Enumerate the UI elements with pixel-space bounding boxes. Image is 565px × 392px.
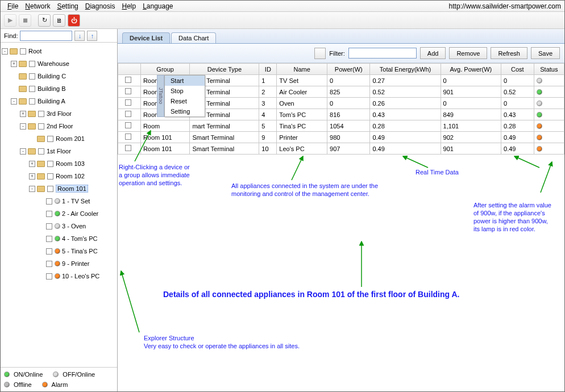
svg-line-4 (541, 162, 552, 193)
status-lamp-icon (537, 124, 542, 128)
status-lamp-icon (537, 112, 542, 117)
annotation-monitor: All appliances connected in the system a… (231, 182, 378, 198)
folder-icon (37, 186, 45, 192)
tree-node[interactable]: +Warehouse (2, 57, 116, 70)
svg-line-6 (121, 271, 139, 332)
annotation-alarm: After setting the alarm value of 900w, i… (473, 201, 551, 233)
status-lamp-icon (537, 135, 542, 140)
tree-root[interactable]: -Root (2, 45, 116, 57)
menu-bar: File Network Setting Diagnosis Help Lang… (1, 1, 564, 12)
annotation-title: Details of all connected appliances in R… (163, 290, 459, 298)
ctx-stop[interactable]: Stop (165, 86, 205, 96)
folder-icon (19, 86, 27, 92)
tree-node[interactable]: 2 - Air Cooler (2, 207, 116, 220)
tree-node[interactable]: Room 201 (2, 132, 116, 145)
svg-line-1 (292, 156, 303, 180)
status-legend: ON/Online OFF/Online Offline Alarm (1, 367, 117, 391)
filter-bar: Filter: Add Remove Refresh Save (118, 44, 564, 63)
folder-icon (37, 161, 45, 167)
lamp-icon (55, 199, 60, 203)
menu-language[interactable]: Language (139, 1, 176, 11)
ctx-start[interactable]: Start (165, 76, 205, 86)
tab-bar: Device List Data Chart (118, 29, 564, 44)
status-lamp-icon (537, 90, 542, 94)
find-next-button[interactable]: ↓ (74, 31, 85, 41)
tree-node[interactable]: 5 - Tina's PC (2, 245, 116, 257)
power-button[interactable]: ⏻ (68, 14, 80, 27)
add-button[interactable]: Add (420, 47, 446, 59)
table-row[interactable]: Room 101Smart Terminal10Leo's PC9070.499… (118, 143, 564, 155)
context-menu-brand: JTattoo (157, 75, 164, 117)
menu-help[interactable]: Help (118, 1, 139, 11)
lamp-icon (55, 211, 60, 216)
annotation-rightclick: Right-Clicking a device or a group allow… (119, 163, 190, 187)
annotation-explorer: Explorer Structure Very easy to check or… (144, 334, 300, 350)
refresh-button[interactable]: ↻ (38, 14, 51, 27)
find-label: Find: (4, 32, 18, 39)
lamp-icon (55, 224, 60, 228)
brand-url: http://www.sailwider-smartpower.com (449, 2, 561, 10)
tree-explorer[interactable]: -Root+WarehouseBuilding CBuilding B-Buil… (1, 43, 117, 367)
menu-diagnosis[interactable]: Diagnosis (82, 1, 119, 11)
lamp-icon (55, 249, 60, 253)
tree-node[interactable]: -Room 101 (2, 182, 116, 195)
tab-device-list[interactable]: Device List (122, 32, 170, 43)
filter-toggle-button[interactable] (314, 48, 326, 59)
table-row[interactable]: Roommart Terminal5Tina's PC10540.281,101… (118, 120, 564, 132)
status-lamp-icon (537, 147, 542, 151)
sidebar: Find: ↓ ↑ -Root+WarehouseBuilding CBuild… (1, 29, 118, 391)
refresh-button[interactable]: Refresh (491, 47, 527, 59)
context-menu: JTattoo Start Stop Reset Setting (164, 75, 205, 117)
folder-icon (19, 73, 27, 80)
tree-node[interactable]: -Building A (2, 95, 116, 107)
tab-data-chart[interactable]: Data Chart (171, 32, 216, 43)
ctx-reset[interactable]: Reset (165, 96, 205, 106)
content-area: Group Device Type ID Name Power(W) Total… (118, 63, 564, 391)
tree-node[interactable]: -1st Floor (2, 145, 116, 157)
ctx-setting[interactable]: Setting (165, 106, 205, 116)
find-prev-button[interactable]: ↑ (87, 31, 97, 41)
tree-node[interactable]: 3 - Oven (2, 220, 116, 232)
lamp-icon (55, 274, 60, 278)
filter-label: Filter: (329, 50, 345, 57)
status-lamp-icon (537, 78, 542, 83)
menu-setting[interactable]: Setting (53, 1, 81, 11)
remove-button[interactable]: Remove (449, 47, 487, 59)
play-button[interactable]: ▶ (4, 14, 16, 27)
svg-line-3 (514, 156, 539, 168)
folder-icon (19, 61, 27, 67)
export-button[interactable]: 🗎 (53, 14, 65, 27)
tree-node[interactable]: 9 - Printer (2, 257, 116, 270)
folder-icon (28, 111, 36, 117)
tree-node[interactable]: -2nd Floor (2, 120, 116, 132)
tree-node[interactable]: Building B (2, 82, 116, 95)
svg-line-2 (403, 156, 428, 168)
tree-node[interactable]: +Room 103 (2, 157, 116, 170)
status-lamp-icon (537, 101, 542, 106)
tree-node[interactable]: Building C (2, 70, 116, 82)
find-input[interactable] (20, 31, 72, 41)
menu-file[interactable]: File (4, 1, 22, 11)
menu-network[interactable]: Network (22, 1, 53, 11)
tree-node[interactable]: 4 - Tom's PC (2, 232, 116, 245)
tree-node[interactable]: +3rd Floor (2, 107, 116, 120)
lamp-icon (55, 261, 60, 266)
tree-node[interactable]: 10 - Leo's PC (2, 270, 116, 282)
table-row[interactable]: Room 101Smart Terminal9Printer9800.49902… (118, 132, 564, 143)
filter-input[interactable] (348, 48, 417, 59)
folder-icon (19, 98, 27, 105)
save-button[interactable]: Save (531, 47, 560, 59)
folder-icon (37, 173, 45, 180)
stop-button[interactable]: ◼ (19, 14, 31, 27)
folder-icon (37, 136, 45, 142)
folder-icon (28, 148, 36, 155)
toolbar: ▶ ◼ ↻ 🗎 ⏻ (1, 12, 564, 29)
folder-icon (28, 123, 36, 130)
lamp-icon (55, 236, 60, 241)
annotation-realtime: Real Time Data (416, 168, 459, 176)
tree-node[interactable]: +Room 102 (2, 170, 116, 182)
tree-node[interactable]: 1 - TV Set (2, 195, 116, 207)
